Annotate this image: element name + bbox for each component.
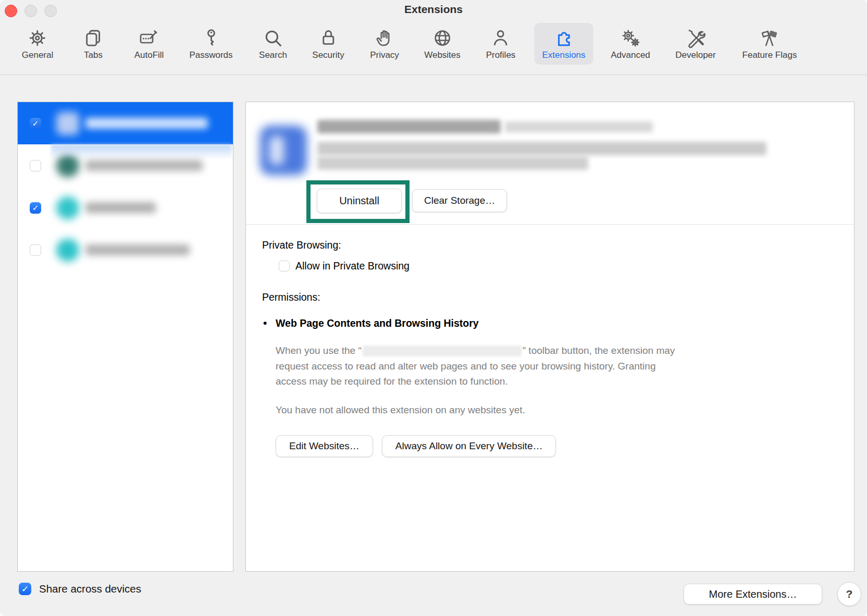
redacted-extension-version: [505, 121, 653, 132]
toolbar-item-autofill[interactable]: AutoFill: [127, 23, 172, 65]
toolbar-item-search[interactable]: Search: [251, 23, 295, 65]
toolbar-item-profiles[interactable]: Profiles: [478, 23, 524, 65]
redacted-extension-description: [317, 156, 588, 170]
share-across-devices-row[interactable]: Share across devices: [19, 583, 141, 595]
toolbar-item-label: Tabs: [84, 50, 103, 60]
extension-icon-blurred: [56, 154, 79, 177]
extension-icon-blurred: [260, 126, 307, 175]
toolbar-item-websites[interactable]: Websites: [416, 23, 468, 65]
extension-icon-blurred: [56, 196, 79, 219]
share-across-devices-checkbox[interactable]: [19, 583, 31, 595]
extension-enable-checkbox[interactable]: [30, 160, 41, 171]
permission-buttons: Edit Websites… Always Allow on Every Web…: [276, 435, 556, 457]
permission-text: When you use the “: [276, 345, 362, 356]
bullet-icon: •: [263, 317, 276, 329]
developer-icon: [685, 27, 706, 50]
extension-list-item[interactable]: [18, 144, 233, 187]
advanced-icon: [620, 27, 641, 50]
toolbar-item-privacy[interactable]: Privacy: [362, 23, 407, 65]
toolbar-item-label: Passwords: [189, 50, 232, 60]
toolbar-item-label: Extensions: [542, 50, 585, 60]
toolbar-item-label: Developer: [675, 50, 716, 60]
websites-icon: [432, 27, 453, 50]
permission-text: request access to read and alter web pag…: [276, 359, 675, 374]
security-icon: [318, 27, 339, 50]
toolbar-item-advanced[interactable]: Advanced: [603, 23, 658, 65]
allow-private-browsing-label: Allow in Private Browsing: [295, 260, 410, 272]
permission-item: • Web Page Contents and Browsing History: [263, 317, 479, 329]
extension-detail-panel: Uninstall Clear Storage… Private Browsin…: [245, 102, 854, 572]
toolbar-item-tabs[interactable]: Tabs: [75, 23, 112, 65]
websites-not-allowed-note: You have not allowed this extension on a…: [276, 404, 525, 416]
extension-list-item[interactable]: [18, 187, 233, 229]
toolbar-item-featureflags[interactable]: Feature Flags: [735, 23, 805, 65]
featureflags-icon: [759, 27, 780, 50]
clear-storage-button[interactable]: Clear Storage…: [412, 189, 507, 212]
permissions-heading: Permissions:: [262, 291, 320, 303]
more-extensions-button[interactable]: More Extensions…: [684, 584, 822, 605]
uninstall-button[interactable]: Uninstall: [317, 189, 402, 213]
toolbar-item-label: Websites: [424, 50, 461, 60]
autofill-icon: [139, 27, 159, 50]
toolbar-item-label: Privacy: [370, 50, 399, 60]
edit-websites-button[interactable]: Edit Websites…: [276, 435, 373, 457]
redacted-extension-name: [363, 346, 522, 356]
general-icon: [27, 27, 48, 50]
search-icon: [263, 27, 283, 50]
toolbar-item-passwords[interactable]: Passwords: [181, 23, 240, 65]
toolbar-item-security[interactable]: Security: [304, 23, 352, 65]
extension-icon-blurred: [56, 239, 79, 262]
privacy-icon: [374, 27, 395, 50]
extension-enable-checkbox[interactable]: [30, 118, 41, 129]
toolbar-item-label: Search: [259, 50, 287, 60]
detail-header-divider: [246, 224, 854, 225]
toolbar-divider: [0, 75, 867, 75]
extension-icon-blurred: [56, 112, 79, 135]
permission-description: When you use the “” toolbar button, the …: [276, 343, 675, 389]
permission-text: access may be required for the extension…: [276, 374, 675, 389]
tabs-icon: [83, 27, 104, 50]
redacted-extension-description: [317, 142, 766, 155]
extension-name-redacted: [85, 160, 203, 171]
toolbar-item-developer[interactable]: Developer: [667, 23, 724, 65]
toolbar-item-label: Feature Flags: [742, 50, 797, 60]
safari-settings-window: Extensions GeneralTabsAutoFillPasswordsS…: [0, 0, 867, 616]
settings-toolbar: GeneralTabsAutoFillPasswordsSearchSecuri…: [0, 0, 867, 75]
extension-name-redacted: [85, 202, 156, 213]
toolbar-item-label: General: [22, 50, 53, 60]
permission-text: ” toolbar button, the extension may: [523, 345, 675, 356]
toolbar-item-label: Security: [312, 50, 344, 60]
extension-list-item[interactable]: [18, 229, 233, 271]
toolbar-item-extensions[interactable]: Extensions: [534, 23, 593, 65]
allow-private-browsing-checkbox[interactable]: [279, 261, 290, 272]
extensions-icon: [553, 27, 574, 50]
passwords-icon: [201, 27, 221, 50]
help-button[interactable]: ?: [837, 582, 861, 606]
private-browsing-heading: Private Browsing:: [262, 239, 341, 251]
extension-name-redacted: [85, 244, 190, 255]
always-allow-button[interactable]: Always Allow on Every Website…: [382, 435, 556, 457]
redacted-extension-title: [317, 120, 501, 133]
extension-enable-checkbox[interactable]: [30, 202, 41, 214]
extension-enable-checkbox[interactable]: [30, 244, 41, 256]
toolbar-item-general[interactable]: General: [14, 23, 61, 65]
allow-private-browsing-row[interactable]: Allow in Private Browsing: [279, 260, 410, 272]
toolbar-item-label: Profiles: [486, 50, 516, 60]
toolbar-item-label: Advanced: [611, 50, 650, 60]
extension-name-redacted: [85, 118, 208, 129]
extension-list-item[interactable]: [18, 102, 233, 144]
extensions-sidebar: [17, 102, 233, 572]
profiles-icon: [490, 27, 511, 50]
toolbar-item-label: AutoFill: [134, 50, 164, 60]
share-across-devices-label: Share across devices: [39, 583, 141, 595]
permission-item-title: Web Page Contents and Browsing History: [276, 317, 479, 329]
